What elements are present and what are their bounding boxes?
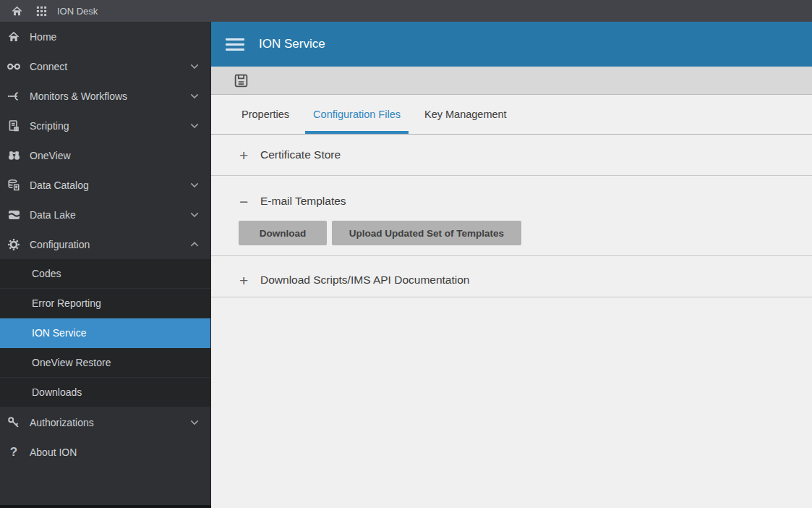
sidebar-item-data-lake[interactable]: Data Lake <box>0 200 210 229</box>
key-icon <box>6 416 22 429</box>
home-icon[interactable] <box>10 4 23 17</box>
configuration-submenu: Codes Error Reporting ION Service OneVie… <box>0 259 210 407</box>
sidebar-item-home[interactable]: Home <box>0 22 210 51</box>
tab-properties[interactable]: Properties <box>234 95 297 134</box>
gear-icon <box>6 238 22 251</box>
sidebar-item-monitors-workflows[interactable]: Monitors & Workflows <box>0 81 210 111</box>
sidebar-item-label: Data Catalog <box>30 179 89 191</box>
page-header: ION Service <box>211 22 812 67</box>
sidebar-subitem-label: Codes <box>32 268 61 279</box>
sidebar-subitem-oneview-restore[interactable]: OneView Restore <box>0 348 210 378</box>
tab-content: + Certificate Store − E-mail Templates D… <box>211 135 812 508</box>
collapse-minus-icon: − <box>239 194 260 209</box>
topbar: ION Desk <box>0 0 812 22</box>
chevron-down-icon <box>189 90 200 102</box>
expand-plus-icon: + <box>239 148 260 163</box>
sidebar-item-scripting[interactable]: Scripting <box>0 111 210 140</box>
sidebar-subitem-label: Downloads <box>32 386 82 398</box>
chevron-down-icon <box>189 209 200 221</box>
sidebar-item-authorizations[interactable]: Authorizations <box>0 407 210 437</box>
apps-grid-icon[interactable] <box>35 4 48 17</box>
chevron-down-icon <box>189 61 200 72</box>
section-certificate-store: + Certificate Store <box>211 135 812 176</box>
tab-bar: Properties Configuration Files Key Manag… <box>211 95 812 135</box>
section-title: Download Scripts/IMS API Documentation <box>260 274 469 287</box>
sidebar-item-label: Connect <box>30 61 67 72</box>
sidebar-item-label: OneView <box>30 150 71 161</box>
tab-configuration-files[interactable]: Configuration Files <box>305 95 409 134</box>
question-mark-icon: ? <box>6 446 22 459</box>
sidebar-item-label: Authorizations <box>30 417 94 428</box>
section-email-templates: − E-mail Templates Download Upload Updat… <box>211 176 812 256</box>
sidebar-subitem-downloads[interactable]: Downloads <box>0 378 210 407</box>
section-title: Certificate Store <box>260 148 341 161</box>
sidebar-subitem-label: ION Service <box>32 327 86 339</box>
download-button[interactable]: Download <box>239 221 327 245</box>
toolbar <box>211 67 812 95</box>
section-download-scripts-ims-api-documentation: + Download Scripts/IMS API Documentation <box>211 256 812 297</box>
chevron-down-icon <box>189 120 200 132</box>
sidebar-item-oneview[interactable]: OneView <box>0 140 210 170</box>
section-header-download-scripts[interactable]: + Download Scripts/IMS API Documentation <box>211 256 812 297</box>
hamburger-menu-icon[interactable] <box>226 38 244 51</box>
sidebar-item-label: Data Lake <box>30 209 76 221</box>
chevron-up-icon <box>189 239 200 250</box>
sidebar-item-data-catalog[interactable]: Data Catalog <box>0 170 210 200</box>
email-templates-body: Download Upload Updated Set of Templates <box>211 212 812 255</box>
sidebar-subitem-label: OneView Restore <box>32 357 111 368</box>
binoculars-icon <box>6 149 22 162</box>
sidebar-item-label: About ION <box>30 446 77 458</box>
sidebar-subitem-error-reporting[interactable]: Error Reporting <box>0 289 210 318</box>
scripting-icon <box>6 119 22 132</box>
sidebar-subitem-label: Error Reporting <box>32 297 101 309</box>
app-title: ION Desk <box>57 6 98 17</box>
sidebar-item-label: Scripting <box>30 120 69 132</box>
section-header-certificate-store[interactable]: + Certificate Store <box>211 135 812 175</box>
section-header-email-templates[interactable]: − E-mail Templates <box>211 176 812 212</box>
sidebar-item-label: Home <box>30 31 56 43</box>
home-icon <box>6 30 22 43</box>
main-panel: ION Service Properties Configuration Fil… <box>211 22 812 508</box>
sidebar-item-label: Configuration <box>30 239 90 250</box>
tab-key-management[interactable]: Key Management <box>416 95 515 134</box>
sidebar-item-label: Monitors & Workflows <box>30 90 127 102</box>
sidebar-subitem-ion-service[interactable]: ION Service <box>0 318 210 348</box>
app-root: ION Desk Home Connect <box>0 0 812 508</box>
sidebar: Home Connect Monitors & <box>0 22 211 508</box>
data-catalog-icon <box>6 179 22 192</box>
sidebar-subitem-codes[interactable]: Codes <box>0 259 210 289</box>
page-title: ION Service <box>259 37 325 51</box>
data-lake-icon <box>6 208 22 221</box>
upload-templates-button[interactable]: Upload Updated Set of Templates <box>332 221 521 245</box>
chevron-down-icon <box>189 179 200 191</box>
section-title: E-mail Templates <box>260 195 346 208</box>
sidebar-item-connect[interactable]: Connect <box>0 51 210 81</box>
chevron-down-icon <box>189 417 200 428</box>
expand-plus-icon: + <box>239 273 260 288</box>
sidebar-item-configuration[interactable]: Configuration <box>0 229 210 259</box>
sidebar-item-about-ion[interactable]: ? About ION <box>0 437 210 467</box>
workflow-icon <box>6 90 22 103</box>
connect-icon <box>6 60 22 73</box>
sidebar-bottom-strip <box>0 505 211 508</box>
save-button[interactable] <box>233 72 249 88</box>
